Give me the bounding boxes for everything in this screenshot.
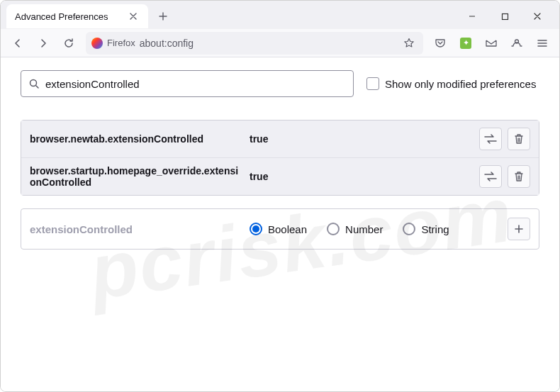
back-button[interactable] <box>6 32 29 55</box>
delete-button[interactable] <box>508 165 530 188</box>
modified-only-label: Show only modified preferences <box>385 78 536 90</box>
pref-name: browser.startup.homepage_override.extens… <box>30 165 242 188</box>
type-radio-string[interactable]: String <box>403 223 449 235</box>
modified-only-checkbox[interactable] <box>366 77 379 90</box>
firefox-logo-icon <box>91 38 103 49</box>
account-icon <box>510 38 523 49</box>
star-icon <box>403 38 415 49</box>
maximize-button[interactable] <box>488 5 521 28</box>
pref-name: browser.newtab.extensionControlled <box>30 133 242 145</box>
tab-advanced-preferences[interactable]: Advanced Preferences <box>6 4 148 28</box>
pref-table: browser.newtab.extensionControlled true … <box>21 120 539 196</box>
minimize-icon <box>468 12 476 21</box>
radio-icon <box>403 223 415 235</box>
toggle-icon <box>484 134 497 144</box>
mail-button[interactable] <box>480 32 503 55</box>
new-tab-button[interactable] <box>152 6 174 27</box>
radio-icon <box>250 223 262 235</box>
search-icon <box>28 78 40 89</box>
toggle-icon <box>484 172 497 181</box>
pref-row[interactable]: browser.newtab.extensionControlled true <box>21 121 539 158</box>
bookmark-star-button[interactable] <box>401 35 418 52</box>
minimize-button[interactable] <box>456 5 488 28</box>
radio-label: String <box>421 223 449 235</box>
add-pref-row: extensionControlled Boolean Number Strin… <box>21 208 539 250</box>
search-row: Show only modified preferences <box>21 70 539 97</box>
radio-icon <box>327 223 340 235</box>
account-button[interactable] <box>505 32 528 55</box>
maximize-icon <box>501 13 509 21</box>
trash-icon <box>514 171 524 182</box>
pref-value: true <box>250 133 472 145</box>
add-pref-name: extensionControlled <box>30 223 242 235</box>
trash-icon <box>514 133 524 145</box>
type-radio-number[interactable]: Number <box>327 223 383 235</box>
close-icon <box>129 12 138 21</box>
radio-label: Number <box>345 223 383 235</box>
pref-search-input[interactable] <box>45 78 346 90</box>
pref-actions <box>479 128 530 150</box>
tab-bar: Advanced Preferences <box>1 1 559 29</box>
navigation-toolbar: Firefox about:config ✦ <box>1 29 559 57</box>
modified-only-checkbox-row[interactable]: Show only modified preferences <box>366 77 536 90</box>
about-config-content: Show only modified preferences browser.n… <box>1 57 559 391</box>
type-radio-boolean[interactable]: Boolean <box>250 223 307 235</box>
mail-icon <box>485 38 498 49</box>
delete-button[interactable] <box>508 128 530 150</box>
app-menu-button[interactable] <box>531 32 554 55</box>
radio-label: Boolean <box>268 223 307 235</box>
add-pref-button[interactable] <box>508 218 530 240</box>
pref-value: true <box>250 171 472 182</box>
forward-button[interactable] <box>32 32 55 55</box>
url-bar[interactable]: Firefox about:config <box>86 32 423 55</box>
pocket-icon <box>435 38 446 49</box>
extension-button[interactable]: ✦ <box>454 32 477 55</box>
url-text: about:config <box>140 38 194 49</box>
close-tab-button[interactable] <box>127 10 140 23</box>
puzzle-icon: ✦ <box>460 38 471 49</box>
pref-row[interactable]: browser.startup.homepage_override.extens… <box>21 158 539 195</box>
hamburger-icon <box>537 38 548 49</box>
back-arrow-icon <box>12 38 23 49</box>
pocket-button[interactable] <box>429 32 452 55</box>
pref-search-box[interactable] <box>21 70 354 97</box>
reload-button[interactable] <box>57 32 80 55</box>
toggle-button[interactable] <box>479 165 502 188</box>
url-identity: Firefox <box>91 38 135 49</box>
plus-icon <box>514 224 524 234</box>
close-window-button[interactable] <box>521 5 554 28</box>
browser-window: Advanced Preferences <box>0 0 560 392</box>
type-radio-group: Boolean Number String <box>250 223 500 235</box>
svg-point-1 <box>30 80 37 86</box>
plus-icon <box>158 11 168 21</box>
url-identity-label: Firefox <box>107 38 135 48</box>
forward-arrow-icon <box>38 38 49 49</box>
window-controls <box>456 5 554 28</box>
toggle-button[interactable] <box>479 128 502 150</box>
close-icon <box>533 12 542 21</box>
tab-title: Advanced Preferences <box>15 11 108 22</box>
reload-icon <box>63 38 74 49</box>
svg-rect-0 <box>502 13 508 19</box>
pref-actions <box>479 165 530 188</box>
